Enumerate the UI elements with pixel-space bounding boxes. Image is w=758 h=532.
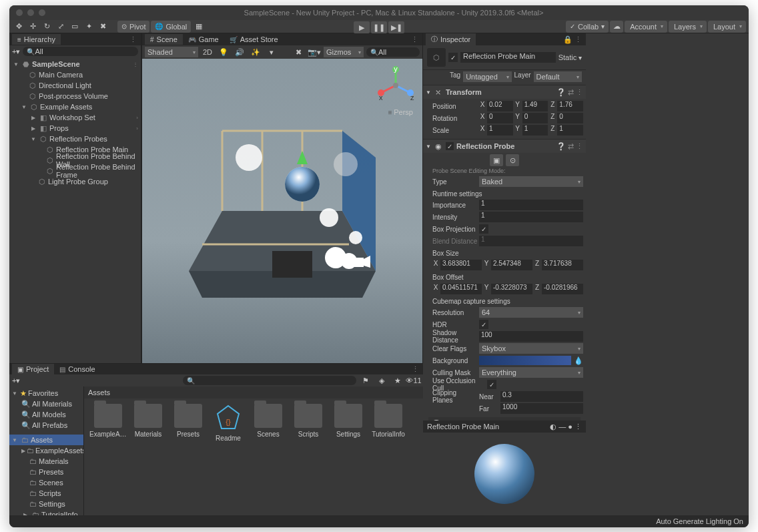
2d-toggle[interactable]: 2D — [201, 46, 214, 58]
component-help-icon[interactable]: ❔ ⇄ ⋮ — [556, 88, 583, 97]
culling-mask-dropdown[interactable]: Everything — [479, 367, 583, 378]
tab-project[interactable]: ▣ Project — [12, 364, 54, 374]
lock-icon[interactable]: 🔒 ⋮ — [559, 35, 586, 44]
pos-x-field[interactable]: 0.02 — [487, 101, 513, 111]
tree-item-prefab[interactable]: ▶◧Props› — [9, 123, 141, 134]
scl-x-field[interactable]: 1 — [487, 125, 513, 136]
hidden-toggle-icon[interactable]: ▾ — [265, 46, 278, 58]
grid-item[interactable]: ExampleAs... — [89, 404, 127, 442]
scale-tool-icon[interactable]: ⤢ — [54, 21, 67, 33]
tree-item[interactable]: 🗀Scenes — [9, 477, 83, 488]
filter-icon[interactable]: ◈ — [375, 374, 388, 386]
preview-header[interactable]: Reflection Probe Main◐ — ● ⋮ — [423, 421, 586, 433]
tree-item[interactable]: ⬡Reflection Probe Behind Frame — [9, 166, 141, 176]
rot-x-field[interactable]: 0 — [487, 113, 513, 123]
rect-tool-icon[interactable]: ▭ — [68, 21, 81, 33]
collab-dropdown[interactable]: ✓ Collab ▾ — [566, 21, 609, 33]
box-projection-checkbox[interactable]: ✓ — [479, 224, 488, 234]
camera-icon[interactable]: 📷▾ — [308, 46, 321, 58]
account-dropdown[interactable]: Account — [625, 21, 667, 33]
edit-bounds-icon[interactable]: ▣ — [490, 154, 503, 166]
grid-item[interactable]: Presets — [169, 404, 207, 442]
intensity-field[interactable]: 1 — [479, 212, 583, 222]
fx-toggle-icon[interactable]: ✨ — [249, 46, 262, 58]
layers-dropdown[interactable]: Layers — [669, 21, 707, 33]
audio-toggle-icon[interactable]: 🔊 — [233, 46, 246, 58]
move-tool-icon[interactable]: ✢ — [26, 21, 39, 33]
orientation-gizmo[interactable]: y x z — [376, 65, 416, 105]
resolution-dropdown[interactable]: 64 — [479, 307, 583, 318]
tree-item[interactable]: ⬡Light Probe Group — [9, 176, 141, 187]
tree-item[interactable]: ⬡Post-process Volume — [9, 91, 141, 101]
lighting-toggle-icon[interactable]: 💡 — [217, 46, 230, 58]
boxoff-x[interactable]: 0.04511571 — [440, 284, 482, 294]
close-icon[interactable] — [16, 9, 23, 16]
tab-asset-store[interactable]: 🛒 Asset Store — [224, 34, 284, 45]
grid-item[interactable]: Scripts — [290, 404, 327, 442]
minimize-icon[interactable] — [27, 9, 34, 16]
rot-y-field[interactable]: 0 — [522, 113, 548, 123]
play-button[interactable]: ▶ — [354, 21, 370, 33]
importance-field[interactable]: 1 — [479, 200, 583, 210]
far-field[interactable]: 1000 — [500, 403, 583, 414]
background-color[interactable] — [479, 356, 571, 365]
pos-z-field[interactable]: 1.76 — [557, 101, 583, 111]
hidden-items[interactable]: 👁11 — [407, 374, 420, 386]
panel-menu-icon[interactable]: ⋮ — [408, 365, 423, 374]
boxoff-y[interactable]: -0.3228073 — [491, 284, 532, 294]
custom-tool-icon[interactable]: ✖ — [96, 21, 109, 33]
tree-item[interactable]: ▼⬡Reflection Probes — [9, 134, 141, 144]
scl-y-field[interactable]: 1 — [522, 125, 548, 136]
occlusion-checkbox[interactable]: ✓ — [487, 380, 496, 389]
rotate-tool-icon[interactable]: ↻ — [40, 21, 53, 33]
layer-dropdown[interactable]: Default — [534, 71, 582, 82]
boxsize-x[interactable]: 3.683801 — [440, 260, 482, 270]
tree-item[interactable]: 🗀Materials — [9, 456, 83, 467]
component-enabled-checkbox[interactable]: ✓ — [446, 142, 454, 150]
clear-flags-dropdown[interactable]: Skybox — [479, 343, 583, 354]
transform-tool-icon[interactable]: ✦ — [82, 21, 95, 33]
panel-menu-icon[interactable]: ⋮ — [125, 35, 141, 44]
grid-item[interactable]: Settings — [330, 404, 367, 442]
tree-item[interactable]: 🔍All Materials — [9, 398, 83, 409]
tag-dropdown[interactable]: Untagged — [463, 71, 511, 82]
cloud-icon[interactable]: ☁ — [610, 21, 623, 33]
scene-row[interactable]: ▼⬣SampleScene⋮ — [9, 59, 141, 69]
create-dropdown-icon[interactable]: +▾ — [12, 376, 20, 385]
preview-body[interactable] — [423, 433, 586, 515]
type-dropdown[interactable]: Baked — [479, 176, 583, 187]
scene-menu-icon[interactable]: ⋮ — [133, 61, 141, 67]
tab-inspector[interactable]: ⓘ Inspector — [426, 33, 476, 45]
boxoff-z[interactable]: -0.0281966 — [542, 284, 583, 294]
tree-item[interactable]: ▼🗀Assets — [9, 435, 83, 445]
breadcrumb[interactable]: Assets — [84, 386, 423, 398]
tree-item[interactable]: 🗀Settings — [9, 499, 83, 509]
active-checkbox[interactable]: ✓ — [448, 53, 458, 62]
boxsize-y[interactable]: 2.547348 — [491, 260, 532, 270]
filter-icon[interactable]: ⚑ — [359, 374, 372, 386]
tree-item[interactable]: ▼⬡Example Assets — [9, 101, 141, 112]
static-checkbox[interactable]: Static ▾ — [558, 53, 582, 61]
pause-button[interactable]: ❚❚ — [371, 21, 387, 33]
step-button[interactable]: ▶❚ — [388, 21, 404, 33]
tab-hierarchy[interactable]: ≡ Hierarchy — [12, 34, 61, 45]
tree-item[interactable]: ⬡Main Camera — [9, 69, 141, 80]
create-dropdown-icon[interactable]: +▾ — [12, 47, 20, 56]
grid-item[interactable]: {}Readme — [210, 404, 247, 442]
snap-icon[interactable]: ▦ — [192, 21, 206, 33]
tree-item-prefab[interactable]: ▶◧Workshop Set› — [9, 112, 141, 123]
gizmos-dropdown[interactable]: Gizmos — [324, 47, 364, 57]
gameobject-icon[interactable]: ⬡ — [427, 48, 446, 67]
near-field[interactable]: 0.3 — [500, 391, 583, 402]
maximize-icon[interactable] — [39, 9, 45, 16]
layout-dropdown[interactable]: Layout — [708, 21, 746, 33]
draw-mode-dropdown[interactable]: Shaded — [145, 47, 198, 57]
eyedropper-icon[interactable]: 💧 — [574, 356, 583, 365]
pos-y-field[interactable]: 1.49 — [522, 101, 548, 111]
project-search[interactable]: 🔍 — [183, 376, 356, 385]
tree-item[interactable]: ▼★Favorites — [9, 388, 83, 398]
tree-item[interactable]: 🗀Scripts — [9, 488, 83, 499]
global-toggle[interactable]: 🌐 Global — [151, 21, 191, 33]
tree-item[interactable]: ▶🗀ExampleAssets — [9, 445, 83, 456]
tab-scene[interactable]: # Scene — [145, 34, 183, 45]
